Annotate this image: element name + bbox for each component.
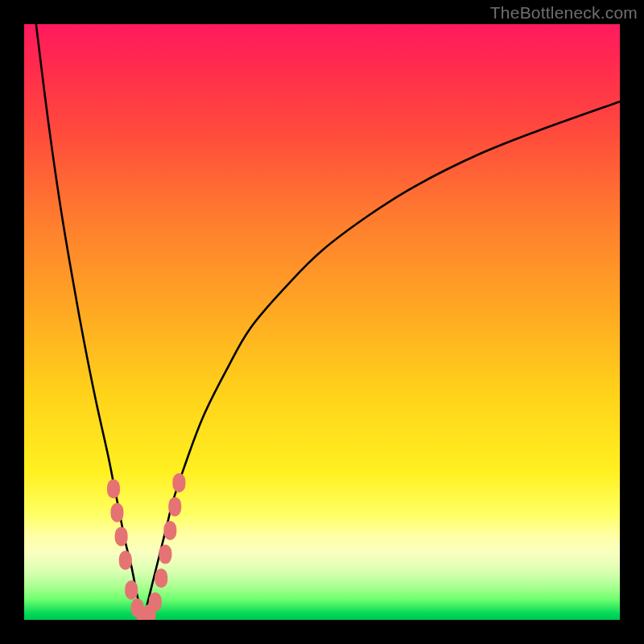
curve-layer <box>24 24 620 620</box>
marker-pill <box>125 580 138 600</box>
right-branch-curve <box>143 101 620 620</box>
watermark-text: TheBottleneck.com <box>490 3 638 23</box>
marker-pill <box>172 473 185 493</box>
plot-area <box>24 24 620 620</box>
marker-pill <box>110 503 123 522</box>
left-branch-curve <box>36 24 143 620</box>
marker-pill <box>149 592 162 612</box>
marker-pill <box>107 479 120 498</box>
marker-pill <box>163 521 176 540</box>
marker-pill <box>115 526 128 546</box>
marker-pill <box>168 497 181 516</box>
chart-frame: TheBottleneck.com <box>0 0 644 644</box>
marker-pill <box>159 545 171 564</box>
marker-pill <box>155 568 167 588</box>
marker-pill <box>119 551 132 570</box>
